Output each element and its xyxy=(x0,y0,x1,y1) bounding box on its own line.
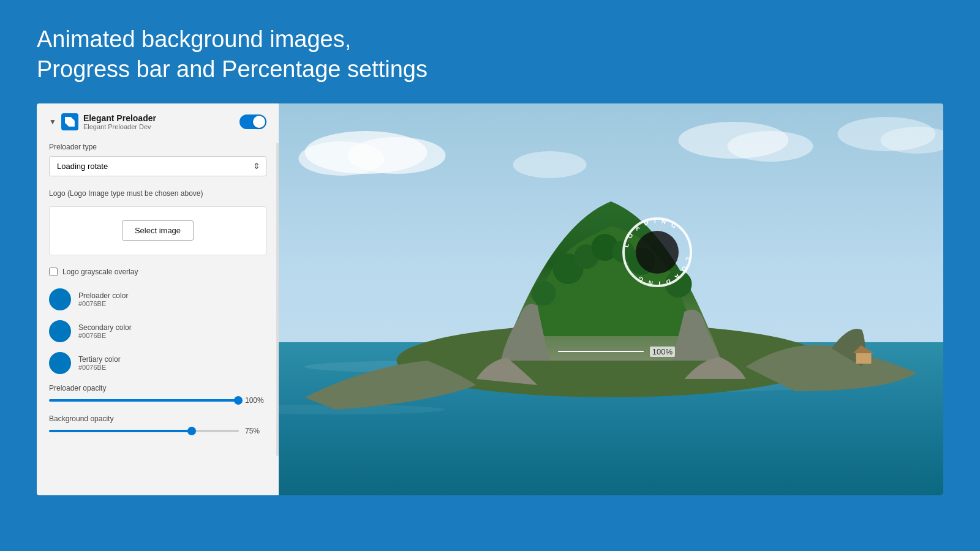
tertiary-color-info: Tertiary color #0076BE xyxy=(78,355,121,371)
plugin-arrow-icon[interactable]: ▼ xyxy=(49,118,56,126)
svg-point-5 xyxy=(728,131,813,162)
tertiary-color-name: Tertiary color xyxy=(78,355,121,364)
toggle-track xyxy=(239,114,266,129)
logo-grayscale-row: Logo grayscale overlay xyxy=(49,268,266,276)
preloader-color-name: Preloader color xyxy=(78,291,128,300)
plugin-icon-shape xyxy=(65,117,75,127)
preview-area: L O A D I N G L O A D I N G 100% xyxy=(279,103,943,495)
progress-percentage: 100% xyxy=(650,347,675,357)
preloader-color-hex: #0076BE xyxy=(78,300,128,307)
preloader-opacity-label: Preloader opacity xyxy=(49,384,266,392)
preloader-opacity-thumb[interactable] xyxy=(234,396,243,405)
background-opacity-thumb[interactable] xyxy=(187,427,196,435)
preloader-opacity-slider-row: 100% xyxy=(49,396,266,405)
tertiary-color-swatch[interactable] xyxy=(49,352,71,374)
preloader-color-row: Preloader color #0076BE xyxy=(49,288,266,310)
preloader-color-info: Preloader color #0076BE xyxy=(78,291,128,307)
preloader-opacity-section: Preloader opacity 100% xyxy=(49,384,266,405)
logo-grayscale-checkbox[interactable] xyxy=(49,268,58,276)
progress-bar-track xyxy=(558,351,644,352)
plugin-subtext: Elegant Preloader Dev xyxy=(83,123,156,130)
secondary-color-row: Secondary color #0076BE xyxy=(49,320,266,342)
settings-panel: ▼ Elegant Preloader Elegant Preloader De… xyxy=(37,103,279,495)
logo-upload-area: Select image xyxy=(49,206,266,255)
preloader-type-select[interactable]: Loading rotate xyxy=(49,156,266,176)
progress-bar-fill xyxy=(558,351,644,352)
secondary-color-name: Secondary color xyxy=(78,323,132,332)
plugin-icon xyxy=(61,113,78,130)
select-image-button[interactable]: Select image xyxy=(122,220,194,241)
page-title: Animated background images, Progress bar… xyxy=(37,24,943,85)
logo-grayscale-label: Logo grayscale overlay xyxy=(62,268,138,276)
preloader-opacity-track xyxy=(49,399,239,402)
logo-label: Logo (Logo Image type must be chosen abo… xyxy=(49,189,266,199)
preloader-type-select-wrapper: Loading rotate ⇕ xyxy=(49,156,266,176)
loading-ring-svg: L O A D I N G L O A D I N G xyxy=(620,216,694,289)
secondary-color-swatch[interactable] xyxy=(49,320,71,342)
plugin-text: Elegant Preloader Elegant Preloader Dev xyxy=(83,113,156,130)
progress-bar-container: 100% xyxy=(558,347,675,357)
background-opacity-label: Background opacity xyxy=(49,414,266,423)
secondary-color-info: Secondary color #0076BE xyxy=(78,323,132,339)
preloader-type-label: Preloader type xyxy=(49,143,266,151)
main-content: ▼ Elegant Preloader Elegant Preloader De… xyxy=(0,103,980,495)
secondary-color-hex: #0076BE xyxy=(78,332,132,339)
preloader-color-swatch[interactable] xyxy=(49,288,71,310)
plugin-header: ▼ Elegant Preloader Elegant Preloader De… xyxy=(49,113,266,130)
preview-background xyxy=(279,103,943,495)
background-opacity-section: Background opacity 75% xyxy=(49,414,266,435)
loading-rotate-widget: L O A D I N G L O A D I N G xyxy=(620,216,694,289)
background-opacity-slider-row: 75% xyxy=(49,427,266,435)
page-header: Animated background images, Progress bar… xyxy=(0,0,980,103)
preloader-opacity-value: 100% xyxy=(245,396,266,405)
background-opacity-track xyxy=(49,430,239,432)
svg-point-19 xyxy=(532,281,556,305)
plugin-info: ▼ Elegant Preloader Elegant Preloader De… xyxy=(49,113,156,130)
svg-point-8 xyxy=(513,151,587,178)
plugin-name: Elegant Preloader xyxy=(83,113,156,123)
background-opacity-value: 75% xyxy=(245,427,266,435)
tertiary-color-row: Tertiary color #0076BE xyxy=(49,352,266,374)
toggle-thumb xyxy=(253,116,265,128)
svg-point-3 xyxy=(348,137,446,174)
tertiary-color-hex: #0076BE xyxy=(78,364,121,371)
svg-point-23 xyxy=(636,231,679,274)
plugin-toggle[interactable] xyxy=(239,114,266,129)
